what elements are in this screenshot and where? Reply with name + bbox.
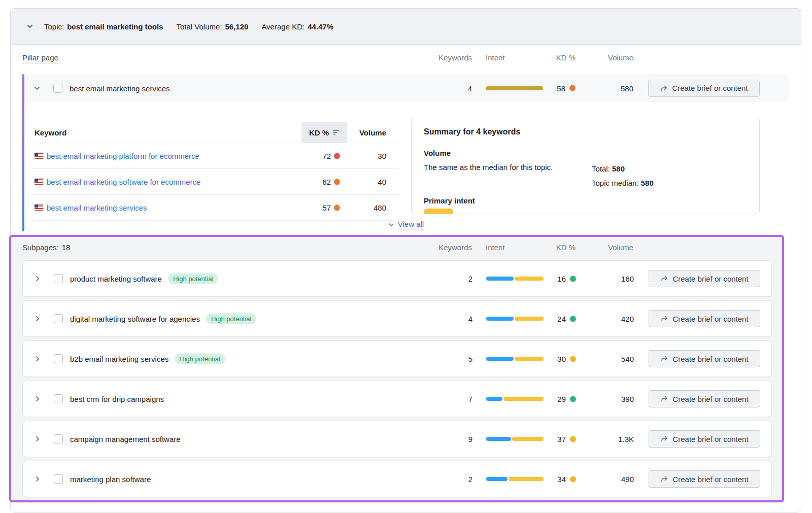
kd-cell: 16	[515, 275, 576, 283]
kd-cell: 30	[515, 355, 576, 363]
forward-arrow-icon	[660, 395, 668, 403]
subpage-checkbox[interactable]	[54, 314, 63, 323]
chevron-right-icon[interactable]	[33, 315, 42, 323]
total-volume-label: Total Volume:	[176, 22, 222, 31]
chevron-down-icon	[388, 221, 395, 228]
subpages-label-wrap: Subpages: 18	[22, 243, 70, 253]
subpages-label[interactable]: Subpages:	[22, 243, 59, 253]
col-intent: Intent	[486, 53, 505, 62]
kd-cell: 57	[284, 203, 340, 212]
pillar-title-cell: best email marketing services	[70, 84, 170, 92]
chevron-right-icon[interactable]	[33, 435, 42, 443]
pillar-checkbox[interactable]	[53, 84, 62, 93]
create-brief-label: Create brief or content	[672, 275, 748, 283]
kd-dot	[570, 476, 576, 482]
create-brief-label: Create brief or content	[672, 395, 748, 403]
subpage-title[interactable]: marketing plan software	[70, 475, 151, 484]
kd-cell: 37	[515, 435, 576, 443]
create-brief-button[interactable]: Create brief or content	[649, 310, 760, 327]
topic-panel: Topic: best email marketing tools Total …	[10, 8, 801, 512]
forward-arrow-icon	[660, 355, 668, 363]
create-brief-button[interactable]: Create brief or content	[649, 430, 760, 448]
create-brief-button[interactable]: Create brief or content	[649, 350, 760, 367]
subpage-row: best crm for drip campaigns 7 29 390 Cre…	[22, 381, 772, 417]
kd-value: 72	[322, 152, 331, 160]
high-potential-badge: High potential	[175, 354, 225, 364]
subpage-title[interactable]: product marketing software	[70, 275, 162, 283]
pillar-page-label[interactable]: Pillar page	[22, 53, 58, 63]
chevron-right-icon[interactable]	[33, 275, 42, 283]
kd-dot	[570, 396, 576, 402]
sort-descending-icon	[333, 129, 340, 135]
summary-volume-heading: Volume	[424, 149, 451, 157]
volume-value: 480	[340, 203, 386, 212]
total-volume-value: 56,120	[225, 22, 248, 31]
subpage-checkbox[interactable]	[54, 434, 63, 443]
view-all-label: View all	[398, 220, 424, 229]
us-flag-icon	[35, 179, 43, 185]
keywords-count: 2	[422, 475, 472, 484]
kd-cell: 34	[515, 475, 576, 484]
us-flag-icon	[35, 204, 43, 211]
col-volume: Volume	[583, 243, 633, 252]
keyword-link[interactable]: best email marketing platform for ecomme…	[47, 152, 199, 160]
col-kd: KD %	[515, 243, 576, 252]
keyword-rows: best email marketing platform for ecomme…	[30, 143, 399, 221]
create-brief-button[interactable]: Create brief or content	[649, 470, 760, 488]
collapse-topic-chevron-icon[interactable]	[26, 22, 34, 30]
topic-header-bar: Topic: best email marketing tools Total …	[11, 9, 801, 45]
subpage-title[interactable]: campaign management software	[70, 435, 181, 443]
keyword-row: best email marketing platform for ecomme…	[30, 143, 399, 169]
median-label: Topic median:	[592, 179, 639, 187]
kd-cell: 62	[284, 178, 340, 186]
kd-dot	[570, 316, 576, 322]
summary-volume-description: The same as the median for this topic.	[424, 163, 553, 172]
kd-cell: 72	[284, 152, 340, 160]
create-brief-button[interactable]: Create brief or content	[649, 270, 760, 287]
subpage-row: digital marketing software for agencies …	[22, 300, 772, 337]
kd-value: 34	[557, 475, 566, 484]
create-brief-button[interactable]: Create brief or content	[649, 390, 760, 407]
keywords-count: 5	[422, 355, 472, 363]
chevron-right-icon[interactable]	[33, 395, 42, 403]
subpage-title-cell: digital marketing software for agencies …	[70, 314, 256, 324]
keyword-link[interactable]: best email marketing services	[47, 203, 147, 212]
summary-volume-stats: Total: 580 Topic median: 580	[592, 162, 654, 190]
subpage-title-cell: best crm for drip campaigns	[70, 395, 164, 403]
view-all-link[interactable]: View all	[11, 220, 801, 229]
pillar-columns-header: Pillar page Keywords Intent KD % Volume	[22, 53, 789, 63]
keyword-table: Keyword KD % Volume best email marketing…	[30, 122, 399, 221]
pillar-title[interactable]: best email marketing services	[70, 84, 170, 92]
kd-value: 29	[557, 395, 566, 403]
kd-dot	[334, 179, 340, 185]
subpage-title[interactable]: b2b email marketing services	[70, 355, 168, 363]
create-brief-button[interactable]: Create brief or content	[648, 80, 760, 97]
subpage-checkbox[interactable]	[54, 354, 63, 363]
subpage-title[interactable]: digital marketing software for agencies	[70, 315, 200, 323]
subpage-checkbox[interactable]	[54, 474, 63, 484]
subpage-checkbox[interactable]	[54, 274, 63, 283]
kd-value: 58	[557, 84, 565, 92]
subpage-title[interactable]: best crm for drip campaigns	[70, 395, 164, 403]
chevron-right-icon[interactable]	[33, 475, 42, 483]
col-keywords: Keywords	[421, 243, 472, 252]
volume-value: 580	[583, 84, 633, 92]
kd-cell: 24	[515, 315, 576, 323]
summary-intent-pill	[424, 209, 453, 214]
subpage-row: product marketing software High potentia…	[22, 260, 772, 297]
keyword-link[interactable]: best email marketing software for ecomme…	[47, 178, 200, 186]
average-kd-value: 44.47%	[308, 22, 333, 31]
subpages-section: Subpages: 18 Keywords Intent KD % Volume…	[11, 235, 783, 503]
forward-arrow-icon	[660, 84, 668, 92]
chevron-down-icon[interactable]	[33, 84, 41, 92]
create-brief-label: Create brief or content	[672, 355, 748, 363]
col-keyword: Keyword	[35, 128, 66, 137]
summary-median-line: Topic median: 580	[592, 176, 654, 190]
subpage-checkbox[interactable]	[54, 394, 63, 403]
forward-arrow-icon	[660, 275, 668, 283]
kd-dot	[570, 436, 576, 442]
create-brief-label: Create brief or content	[672, 435, 748, 443]
chevron-right-icon[interactable]	[33, 355, 42, 363]
kd-sort-header[interactable]: KD %	[301, 122, 347, 143]
topic-label: Topic:	[44, 22, 64, 31]
